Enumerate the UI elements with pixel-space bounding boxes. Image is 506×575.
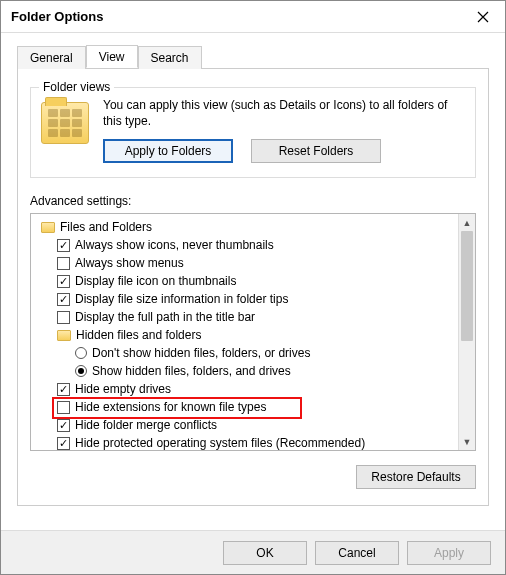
tree-item-label: Show hidden files, folders, and drives bbox=[92, 362, 291, 380]
checkbox[interactable] bbox=[57, 437, 70, 450]
tree-item[interactable]: Don't show hidden files, folders, or dri… bbox=[35, 344, 456, 362]
tree-item-label: Always show icons, never thumbnails bbox=[75, 236, 274, 254]
radio[interactable] bbox=[75, 347, 87, 359]
advanced-settings-label: Advanced settings: bbox=[30, 194, 476, 208]
tree-item-label: Display file icon on thumbnails bbox=[75, 272, 236, 290]
close-icon bbox=[477, 11, 489, 23]
checkbox[interactable] bbox=[57, 293, 70, 306]
tree-item[interactable]: Hide empty drives bbox=[35, 380, 456, 398]
tree-item[interactable]: Display file icon on thumbnails bbox=[35, 272, 456, 290]
tree-item-label: Always show menus bbox=[75, 254, 184, 272]
tree-item[interactable]: Display the full path in the title bar bbox=[35, 308, 456, 326]
tree-item-label: Hide protected operating system files (R… bbox=[75, 434, 365, 450]
folder-views-description: You can apply this view (such as Details… bbox=[103, 98, 465, 129]
checkbox[interactable] bbox=[57, 239, 70, 252]
radio[interactable] bbox=[75, 365, 87, 377]
tree-item-label: Hidden files and folders bbox=[76, 326, 201, 344]
tree-item[interactable]: Hide protected operating system files (R… bbox=[35, 434, 456, 450]
tab-search[interactable]: Search bbox=[138, 46, 202, 69]
tab-general[interactable]: General bbox=[17, 46, 86, 69]
tree-item[interactable]: Always show menus bbox=[35, 254, 456, 272]
tab-panel-view: Folder views You can apply this view (su… bbox=[17, 69, 489, 506]
folder-icon bbox=[41, 222, 55, 233]
tab-strip: General View Search bbox=[17, 45, 489, 69]
checkbox[interactable] bbox=[57, 275, 70, 288]
folder-views-label: Folder views bbox=[39, 80, 114, 94]
close-button[interactable] bbox=[461, 1, 505, 33]
checkbox[interactable] bbox=[57, 419, 70, 432]
titlebar: Folder Options bbox=[1, 1, 505, 33]
tree-item-label: Hide folder merge conflicts bbox=[75, 416, 217, 434]
tree-item[interactable]: Hide extensions for known file types bbox=[35, 398, 456, 416]
scroll-down-icon[interactable]: ▼ bbox=[459, 433, 475, 450]
tree-item-label: Don't show hidden files, folders, or dri… bbox=[92, 344, 310, 362]
ok-button[interactable]: OK bbox=[223, 541, 307, 565]
scroll-thumb[interactable] bbox=[461, 231, 473, 341]
restore-defaults-button[interactable]: Restore Defaults bbox=[356, 465, 476, 489]
scroll-up-icon[interactable]: ▲ bbox=[459, 214, 475, 231]
folder-icon bbox=[57, 330, 71, 341]
tree-item-label: Display file size information in folder … bbox=[75, 290, 288, 308]
reset-folders-button[interactable]: Reset Folders bbox=[251, 139, 381, 163]
folder-views-group: Folder views You can apply this view (su… bbox=[30, 87, 476, 178]
tree-item[interactable]: Always show icons, never thumbnails bbox=[35, 236, 456, 254]
tree-item[interactable]: Display file size information in folder … bbox=[35, 290, 456, 308]
scrollbar[interactable]: ▲ ▼ bbox=[458, 214, 475, 450]
tree-item-label: Hide empty drives bbox=[75, 380, 171, 398]
checkbox[interactable] bbox=[57, 257, 70, 270]
tree-item[interactable]: Show hidden files, folders, and drives bbox=[35, 362, 456, 380]
tab-view[interactable]: View bbox=[86, 45, 138, 68]
advanced-settings-tree[interactable]: Files and FoldersAlways show icons, neve… bbox=[30, 213, 476, 451]
tree-item[interactable]: Hidden files and folders bbox=[35, 326, 456, 344]
checkbox[interactable] bbox=[57, 383, 70, 396]
folder-icon bbox=[41, 102, 89, 144]
tree-root-label: Files and Folders bbox=[60, 218, 152, 236]
tree-item-label: Hide extensions for known file types bbox=[75, 398, 266, 416]
dialog-footer: OK Cancel Apply bbox=[1, 530, 505, 574]
cancel-button[interactable]: Cancel bbox=[315, 541, 399, 565]
apply-to-folders-button[interactable]: Apply to Folders bbox=[103, 139, 233, 163]
tree-item[interactable]: Hide folder merge conflicts bbox=[35, 416, 456, 434]
window-title: Folder Options bbox=[11, 9, 103, 24]
tree-item-label: Display the full path in the title bar bbox=[75, 308, 255, 326]
checkbox[interactable] bbox=[57, 311, 70, 324]
apply-button[interactable]: Apply bbox=[407, 541, 491, 565]
tree-root[interactable]: Files and Folders bbox=[35, 218, 456, 236]
checkbox[interactable] bbox=[57, 401, 70, 414]
